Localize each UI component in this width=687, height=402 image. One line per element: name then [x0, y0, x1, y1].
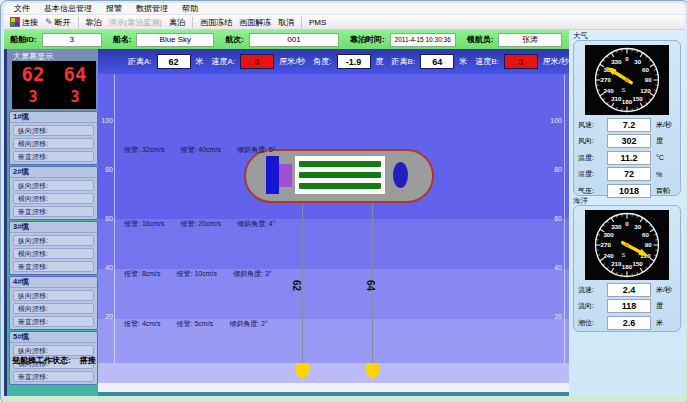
humidity-label: 湿度: [578, 169, 604, 179]
toolbar-button-disconnect[interactable]: ✎ 断开 [45, 17, 71, 28]
toolbar-button-depart[interactable]: 离泊 [169, 17, 185, 28]
distance-a-value: 62 [157, 54, 191, 69]
svg-text:30: 30 [634, 223, 641, 230]
ship-name-input[interactable]: Blue Sky [136, 33, 214, 47]
drift-row: 垂直漂移: [13, 371, 94, 382]
svg-text:210: 210 [611, 95, 622, 102]
distance-b-field: 距离B: 64 米 [392, 54, 468, 69]
berthing-chart: 62 64 1201201001008080606040402020报警: 32… [98, 74, 569, 396]
svg-text:180: 180 [622, 98, 633, 105]
toolbar-button-label: PMS [309, 18, 326, 27]
alarm-threshold-high: 报警: 40cm/s [180, 145, 220, 155]
pilot-label: 领航员: [467, 34, 494, 45]
alarm-threshold-low: 报警: 8cm/s [124, 269, 161, 279]
humidity-value: 72 [607, 167, 651, 181]
toolbar-button-cancel[interactable]: 取消 [278, 17, 294, 28]
menu-item-basic-info-mgmt[interactable]: 基本信息管理 [44, 3, 92, 14]
drift-row: 横向漂移: [13, 138, 94, 149]
alarm-threshold-high: 报警: 5cm/s [177, 319, 214, 329]
distance-label-a: 62 [288, 280, 302, 294]
deck-stripe [299, 183, 381, 189]
speed-b-field: 速度B: 3 厘米/秒 [475, 54, 569, 69]
gangway-status-value: 搭接 [80, 355, 96, 366]
toolbar-button-label: 画面解冻 [239, 17, 271, 28]
svg-text:270: 270 [601, 241, 612, 248]
drift-row: 纵向漂移: [13, 235, 94, 246]
svg-text:240: 240 [603, 87, 614, 94]
y-axis-right [564, 74, 565, 363]
wind-direction-unit: 度 [656, 136, 663, 146]
current-speed-row: 流速:2.4米/秒 [578, 283, 676, 297]
pressure-row: 气压:1018百帕 [578, 184, 676, 198]
toolbar-button-label: 断开 [55, 17, 71, 28]
voyage-input[interactable]: 001 [249, 33, 339, 47]
cable-group-4: 4#缆纵向漂移:横向漂移:垂直漂移: [9, 276, 98, 330]
toolbar-separator [192, 17, 193, 28]
berth-time-input[interactable]: 2011-4-15 10:30:36 [390, 33, 456, 47]
dock-strip [98, 363, 569, 383]
temperature-unit: °C [656, 154, 664, 161]
toolbar-button-demo[interactable]: 演示(靠泊监测) [109, 17, 162, 28]
angle-label: 角度: [313, 56, 331, 67]
drift-row: 垂直漂移: [13, 316, 94, 327]
menu-item-help[interactable]: 帮助 [182, 3, 198, 14]
ship-id-label: 船舶ID: [10, 34, 37, 45]
deck-stripe [299, 172, 381, 178]
readout-bar: 距离A: 62 米 速度A: 3 厘米/秒 角度: -1.9 度 距离B: 64… [98, 49, 569, 74]
distance-a-field: 距离A: 62 米 [128, 54, 204, 69]
ship-graphic [244, 149, 434, 203]
svg-text:330: 330 [611, 58, 622, 65]
svg-text:270: 270 [601, 76, 612, 83]
toolbar-button-berth[interactable]: 靠泊 [86, 17, 102, 28]
cable-list: 1#缆纵向漂移:横向漂移:垂直漂移:2#缆纵向漂移:横向漂移:垂直漂移:3#缆纵… [9, 111, 98, 386]
tide-level-row: 潮位:2.6米 [578, 316, 676, 330]
display-speed-a: 3 [12, 88, 54, 109]
alarm-text-row: 报警: 4cm/s报警: 5cm/s倾斜角度: 2° [124, 319, 268, 329]
toolbar-button-unfreeze-screen[interactable]: 画面解冻 [239, 17, 271, 28]
ship-id-input[interactable]: 3 [42, 33, 102, 47]
svg-text:120: 120 [640, 87, 651, 94]
svg-text:210: 210 [611, 260, 622, 267]
speed-a-label: 速度A: [212, 56, 236, 67]
angle-value: -1.9 [337, 54, 371, 69]
wind-speed-value: 7.2 [607, 118, 651, 132]
wind-direction-gauge: 0306090120150180210240270300330S [585, 45, 669, 115]
pilot-field: 领航员: 张涛 [467, 33, 563, 47]
menu-item-alarm[interactable]: 报警 [106, 3, 122, 14]
tide-level-label: 潮位: [578, 318, 604, 328]
menu-item-file[interactable]: 文件 [14, 3, 30, 14]
temperature-label: 温度: [578, 153, 604, 163]
current-speed-unit: 米/秒 [656, 285, 672, 295]
toolbar-button-connect[interactable]: 连接 [10, 17, 38, 28]
cable-group-label: 1#缆 [10, 112, 97, 123]
angle-unit: 度 [376, 56, 384, 67]
pilot-input[interactable]: 张涛 [498, 33, 562, 47]
y-tick-label: 40 [550, 264, 562, 272]
gangway-status: 登船梯工作状态: 搭接 [12, 355, 96, 366]
wind-direction-value: 302 [607, 134, 651, 148]
toolbar: 连接 ✎ 断开 靠泊 演示(靠泊监测) 离泊 画面冻结 画面解冻 取消 PMS [4, 15, 685, 30]
current-speed-value: 2.4 [607, 283, 651, 297]
ship-id-field: 船舶ID: 3 [10, 33, 102, 47]
menu-item-data-mgmt[interactable]: 数据管理 [136, 3, 168, 14]
display-speed-b: 3 [54, 88, 96, 109]
distance-a-label: 距离A: [128, 56, 152, 67]
svg-text:150: 150 [632, 260, 643, 267]
drift-row: 纵向漂移: [13, 180, 94, 191]
drift-row: 垂直漂移: [13, 151, 94, 162]
angle-field: 角度: -1.9 度 [313, 54, 383, 69]
toolbar-button-freeze-screen[interactable]: 画面冻结 [200, 17, 232, 28]
cable-group-label: 4#缆 [10, 277, 97, 288]
svg-text:240: 240 [603, 252, 614, 259]
alarm-threshold-low: 报警: 16cm/s [124, 219, 164, 229]
quay-edge-line [98, 392, 569, 396]
toolbar-button-pms[interactable]: PMS [309, 18, 326, 27]
y-tick-label: 40 [101, 264, 113, 272]
cable-group-1: 1#缆纵向漂移:横向漂移:垂直漂移: [9, 111, 98, 165]
drift-row: 垂直漂移: [13, 261, 94, 272]
wind-direction-row: 风向:302度 [578, 134, 676, 148]
svg-text:0: 0 [625, 220, 629, 227]
svg-text:60: 60 [642, 66, 649, 73]
y-tick-label: 60 [550, 215, 562, 223]
berth-time-label: 靠泊时间: [350, 34, 385, 45]
